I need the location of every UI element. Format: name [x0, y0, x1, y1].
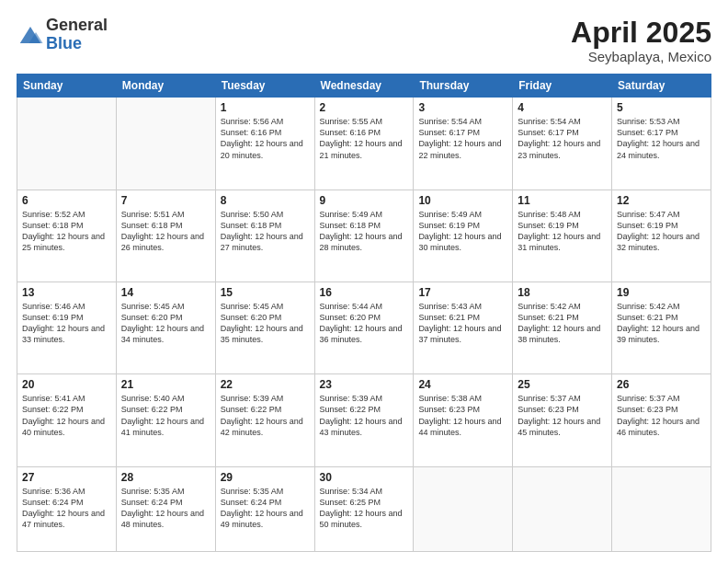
day-number: 21: [121, 378, 210, 391]
calendar-cell: 5Sunrise: 5:53 AM Sunset: 6:17 PM Daylig…: [612, 98, 711, 190]
col-wednesday: Wednesday: [314, 75, 414, 98]
calendar-cell: 7Sunrise: 5:51 AM Sunset: 6:18 PM Daylig…: [116, 190, 215, 282]
logo-text: General Blue: [46, 17, 108, 53]
day-number: 14: [121, 286, 210, 299]
day-number: 25: [518, 378, 607, 391]
calendar-cell: 8Sunrise: 5:50 AM Sunset: 6:18 PM Daylig…: [215, 190, 314, 282]
day-number: 4: [518, 101, 607, 114]
day-number: 8: [221, 194, 310, 207]
day-number: 26: [617, 378, 706, 391]
day-number: 28: [121, 471, 210, 484]
day-number: 17: [418, 286, 507, 299]
day-number: 24: [418, 378, 507, 391]
col-friday: Friday: [513, 75, 612, 98]
calendar-row-4: 27Sunrise: 5:36 AM Sunset: 6:24 PM Dayli…: [17, 466, 711, 551]
calendar-table: Sunday Monday Tuesday Wednesday Thursday…: [17, 74, 711, 552]
day-info: Sunrise: 5:48 AM Sunset: 6:19 PM Dayligh…: [518, 209, 607, 254]
calendar-header-row: Sunday Monday Tuesday Wednesday Thursday…: [17, 75, 711, 98]
title-block: April 2025 Seybaplaya, Mexico: [571, 17, 711, 64]
day-number: 11: [518, 194, 607, 207]
month-title: April 2025: [571, 17, 711, 49]
day-info: Sunrise: 5:37 AM Sunset: 6:23 PM Dayligh…: [617, 393, 706, 438]
logo-blue: Blue: [46, 35, 108, 53]
day-info: Sunrise: 5:42 AM Sunset: 6:21 PM Dayligh…: [518, 301, 607, 346]
day-number: 10: [418, 194, 507, 207]
day-number: 5: [617, 101, 706, 114]
day-info: Sunrise: 5:38 AM Sunset: 6:23 PM Dayligh…: [418, 393, 507, 438]
day-number: 7: [121, 194, 210, 207]
col-saturday: Saturday: [612, 75, 711, 98]
day-number: 6: [22, 194, 111, 207]
col-thursday: Thursday: [414, 75, 513, 98]
logo-general: General: [46, 17, 108, 35]
day-info: Sunrise: 5:42 AM Sunset: 6:21 PM Dayligh…: [617, 301, 706, 346]
day-number: 1: [221, 101, 310, 114]
day-info: Sunrise: 5:47 AM Sunset: 6:19 PM Dayligh…: [617, 209, 706, 254]
day-info: Sunrise: 5:43 AM Sunset: 6:21 PM Dayligh…: [418, 301, 507, 346]
day-number: 2: [320, 101, 409, 114]
day-number: 27: [22, 471, 111, 484]
day-info: Sunrise: 5:41 AM Sunset: 6:22 PM Dayligh…: [22, 393, 111, 438]
calendar-cell: [612, 466, 711, 551]
logo: General Blue: [17, 17, 108, 53]
day-number: 19: [617, 286, 706, 299]
day-info: Sunrise: 5:52 AM Sunset: 6:18 PM Dayligh…: [22, 209, 111, 254]
day-info: Sunrise: 5:56 AM Sunset: 6:16 PM Dayligh…: [221, 116, 310, 161]
calendar-cell: [414, 466, 513, 551]
day-number: 16: [320, 286, 409, 299]
calendar-cell: 6Sunrise: 5:52 AM Sunset: 6:18 PM Daylig…: [17, 190, 117, 282]
calendar-cell: 25Sunrise: 5:37 AM Sunset: 6:23 PM Dayli…: [513, 374, 612, 466]
header: General Blue April 2025 Seybaplaya, Mexi…: [17, 17, 711, 64]
calendar-row-1: 6Sunrise: 5:52 AM Sunset: 6:18 PM Daylig…: [17, 190, 711, 282]
calendar-cell: 4Sunrise: 5:54 AM Sunset: 6:17 PM Daylig…: [513, 98, 612, 190]
day-number: 9: [320, 194, 409, 207]
day-info: Sunrise: 5:53 AM Sunset: 6:17 PM Dayligh…: [617, 116, 706, 161]
day-number: 12: [617, 194, 706, 207]
logo-icon: [17, 21, 44, 49]
day-info: Sunrise: 5:49 AM Sunset: 6:18 PM Dayligh…: [320, 209, 409, 254]
calendar-cell: 29Sunrise: 5:35 AM Sunset: 6:24 PM Dayli…: [215, 466, 314, 551]
calendar-cell: 16Sunrise: 5:44 AM Sunset: 6:20 PM Dayli…: [314, 282, 414, 373]
day-number: 30: [320, 471, 409, 484]
day-info: Sunrise: 5:46 AM Sunset: 6:19 PM Dayligh…: [22, 301, 111, 346]
day-info: Sunrise: 5:37 AM Sunset: 6:23 PM Dayligh…: [518, 393, 607, 438]
calendar-cell: 27Sunrise: 5:36 AM Sunset: 6:24 PM Dayli…: [17, 466, 117, 551]
calendar-row-2: 13Sunrise: 5:46 AM Sunset: 6:19 PM Dayli…: [17, 282, 711, 373]
calendar-cell: 22Sunrise: 5:39 AM Sunset: 6:22 PM Dayli…: [215, 374, 314, 466]
day-number: 20: [22, 378, 111, 391]
day-number: 23: [320, 378, 409, 391]
calendar-cell: [513, 466, 612, 551]
day-info: Sunrise: 5:39 AM Sunset: 6:22 PM Dayligh…: [221, 393, 310, 438]
location: Seybaplaya, Mexico: [571, 49, 711, 64]
calendar-cell: 2Sunrise: 5:55 AM Sunset: 6:16 PM Daylig…: [314, 98, 414, 190]
calendar-cell: 12Sunrise: 5:47 AM Sunset: 6:19 PM Dayli…: [612, 190, 711, 282]
day-info: Sunrise: 5:50 AM Sunset: 6:18 PM Dayligh…: [221, 209, 310, 254]
day-info: Sunrise: 5:45 AM Sunset: 6:20 PM Dayligh…: [121, 301, 210, 346]
page: General Blue April 2025 Seybaplaya, Mexi…: [0, 0, 728, 563]
calendar-row-0: 1Sunrise: 5:56 AM Sunset: 6:16 PM Daylig…: [17, 98, 711, 190]
col-sunday: Sunday: [17, 75, 117, 98]
day-number: 15: [221, 286, 310, 299]
day-number: 18: [518, 286, 607, 299]
day-info: Sunrise: 5:54 AM Sunset: 6:17 PM Dayligh…: [418, 116, 507, 161]
calendar-row-3: 20Sunrise: 5:41 AM Sunset: 6:22 PM Dayli…: [17, 374, 711, 466]
col-tuesday: Tuesday: [215, 75, 314, 98]
calendar-cell: 10Sunrise: 5:49 AM Sunset: 6:19 PM Dayli…: [414, 190, 513, 282]
calendar-cell: 21Sunrise: 5:40 AM Sunset: 6:22 PM Dayli…: [116, 374, 215, 466]
day-number: 3: [418, 101, 507, 114]
day-info: Sunrise: 5:45 AM Sunset: 6:20 PM Dayligh…: [221, 301, 310, 346]
calendar-cell: [17, 98, 117, 190]
calendar-cell: 23Sunrise: 5:39 AM Sunset: 6:22 PM Dayli…: [314, 374, 414, 466]
day-number: 13: [22, 286, 111, 299]
col-monday: Monday: [116, 75, 215, 98]
calendar-cell: 11Sunrise: 5:48 AM Sunset: 6:19 PM Dayli…: [513, 190, 612, 282]
calendar-cell: 3Sunrise: 5:54 AM Sunset: 6:17 PM Daylig…: [414, 98, 513, 190]
day-info: Sunrise: 5:35 AM Sunset: 6:24 PM Dayligh…: [221, 486, 310, 531]
day-info: Sunrise: 5:34 AM Sunset: 6:25 PM Dayligh…: [320, 486, 409, 531]
calendar-cell: 1Sunrise: 5:56 AM Sunset: 6:16 PM Daylig…: [215, 98, 314, 190]
calendar-cell: 19Sunrise: 5:42 AM Sunset: 6:21 PM Dayli…: [612, 282, 711, 373]
calendar-cell: 15Sunrise: 5:45 AM Sunset: 6:20 PM Dayli…: [215, 282, 314, 373]
calendar-cell: 14Sunrise: 5:45 AM Sunset: 6:20 PM Dayli…: [116, 282, 215, 373]
day-info: Sunrise: 5:44 AM Sunset: 6:20 PM Dayligh…: [320, 301, 409, 346]
calendar-cell: 13Sunrise: 5:46 AM Sunset: 6:19 PM Dayli…: [17, 282, 117, 373]
